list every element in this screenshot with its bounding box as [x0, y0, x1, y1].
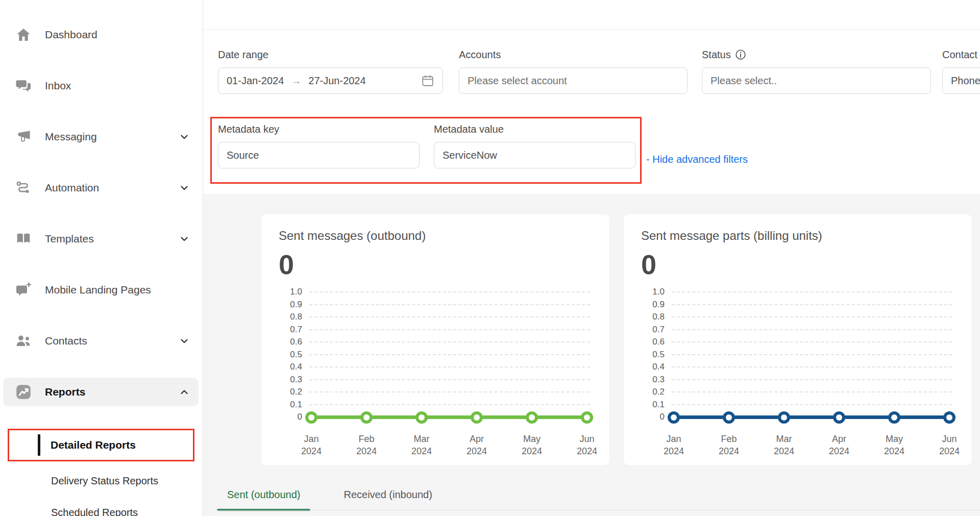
chevron-up-icon[interactable]	[178, 386, 190, 398]
sidebar-item-label: Mobile Landing Pages	[45, 284, 190, 296]
tab-sent-outbound[interactable]: Sent (outbound)	[217, 479, 310, 510]
sidebar-item-templates[interactable]: Templates	[3, 225, 199, 253]
contact-label: Contact	[942, 48, 980, 61]
contact-field: Contact	[942, 48, 980, 94]
accounts-select[interactable]	[459, 67, 688, 94]
sidebar-item-label: Contacts	[45, 335, 178, 347]
tab-received-inbound[interactable]: Received (inbound)	[333, 479, 442, 510]
sidebar-item-mobile-landing-pages[interactable]: Mobile Landing Pages	[3, 276, 199, 304]
sidebar-item-inbox[interactable]: Inbox	[3, 71, 199, 100]
sidebar-item-contacts[interactable]: Contacts	[3, 327, 199, 355]
gridline	[309, 354, 590, 355]
chart-plot: 1.0 0.9 0.8 0.7 0.6 0.5 0.4 0.3 0.2 0.1 …	[279, 286, 592, 462]
gridline	[672, 366, 952, 367]
y-axis-row: 0.8	[641, 311, 954, 324]
date-range-field: Date range 01-Jan-2024 → 27-Jun-2024	[218, 48, 443, 94]
sidebar-subitem-label: Detailed Reports	[51, 439, 136, 451]
sidebar-item-label: Inbox	[45, 80, 190, 92]
sidebar-item-delivery-status-reports[interactable]: Delivery Status Reports	[0, 471, 203, 491]
y-axis-tick-label: 0.4	[279, 362, 309, 372]
gridline	[309, 341, 590, 342]
top-bar	[203, 0, 980, 30]
sidebar: Dashboard Inbox Messaging Automation Tem…	[0, 0, 203, 516]
sidebar-item-reports[interactable]: Reports	[3, 378, 199, 406]
y-axis-tick-label: 0.3	[279, 375, 309, 385]
sidebar-item-automation[interactable]: Automation	[3, 174, 199, 202]
metadata-value-field: Metadata value	[434, 122, 635, 168]
chart-card-sent-message-parts-billing-units-: Sent message parts (billing units) 0 1.0…	[624, 214, 972, 465]
y-axis-tick-label: 0.2	[641, 387, 672, 397]
metadata-key-input[interactable]	[218, 142, 420, 168]
chart-total-value: 0	[279, 249, 592, 280]
chevron-down-icon[interactable]	[178, 233, 190, 245]
data-point-marker	[778, 411, 790, 424]
y-axis-tick-label: 0.9	[279, 300, 309, 310]
gridline	[309, 366, 590, 367]
y-axis-row: 0.3	[641, 374, 954, 386]
calendar-icon[interactable]	[421, 74, 434, 87]
data-point-marker	[943, 411, 955, 424]
gridline	[309, 304, 590, 305]
status-label: Status	[702, 49, 731, 61]
chevron-down-icon[interactable]	[178, 335, 190, 347]
x-axis-tick-label: Apr2024	[467, 433, 487, 458]
sidebar-nav: Dashboard Inbox Messaging Automation Tem…	[0, 0, 203, 406]
gridline	[672, 341, 952, 342]
tab-label: Sent (outbound)	[227, 489, 300, 501]
y-axis-row: 0.1	[279, 399, 592, 411]
y-axis-tick-label: 0.9	[641, 300, 672, 310]
hide-advanced-filters-link[interactable]: - Hide advanced filters	[646, 152, 748, 166]
chart-grid: 1.0 0.9 0.8 0.7 0.6 0.5 0.4 0.3 0.2 0.1 …	[279, 286, 592, 424]
megaphone-icon	[15, 129, 32, 145]
contact-select[interactable]	[942, 67, 980, 94]
chevron-down-icon[interactable]	[178, 182, 190, 194]
chart-title: Sent message parts (billing units)	[641, 229, 954, 243]
metadata-value-input[interactable]	[434, 142, 635, 168]
y-axis-row: 0.2	[641, 386, 954, 399]
sidebar-item-dashboard[interactable]: Dashboard	[3, 20, 199, 49]
chart-x-axis: Jan2024Feb2024Mar2024Apr2024May2024Jun20…	[674, 433, 949, 462]
y-axis-row: 0.2	[279, 386, 592, 399]
status-select[interactable]	[702, 67, 931, 94]
sidebar-item-messaging[interactable]: Messaging	[3, 122, 199, 151]
chart-cards: Sent messages (outbound) 0 1.0 0.9 0.8 0…	[203, 194, 980, 465]
data-point-marker	[360, 411, 373, 424]
gridline	[672, 316, 952, 317]
home-icon	[15, 27, 32, 43]
date-range-start[interactable]: 01-Jan-2024	[227, 75, 284, 87]
y-axis-tick-label: 0.8	[279, 312, 309, 322]
x-axis-tick-label: May2024	[884, 433, 904, 458]
arrow-right-icon: →	[291, 75, 301, 87]
y-axis-row: 0.6	[279, 336, 592, 349]
status-field: Status	[702, 48, 931, 94]
sidebar-item-detailed-reports[interactable]: Detailed Reports	[8, 429, 194, 461]
sidebar-item-scheduled-reports[interactable]: Scheduled Reports	[0, 502, 203, 516]
y-axis-tick-label: 0.1	[279, 400, 309, 410]
reports-panel: Sent messages (outbound) 0 1.0 0.9 0.8 0…	[203, 194, 980, 516]
y-axis-row: 0.9	[641, 299, 954, 311]
x-axis-tick-label: Jun2024	[939, 433, 960, 458]
y-axis-row: 0.4	[279, 361, 592, 374]
gridline	[309, 291, 590, 292]
sidebar-item-label: Reports	[45, 386, 178, 398]
workflow-icon	[15, 180, 32, 196]
sidebar-item-label: Automation	[45, 182, 178, 194]
accounts-label: Accounts	[459, 48, 688, 61]
sidebar-item-label: Templates	[45, 233, 178, 245]
gridline	[672, 379, 952, 380]
gridline	[672, 391, 952, 392]
chart-card-sent-messages-outbound-: Sent messages (outbound) 0 1.0 0.9 0.8 0…	[261, 214, 609, 465]
date-range-input[interactable]: 01-Jan-2024 → 27-Jun-2024	[218, 67, 443, 94]
x-axis-tick-label: Mar2024	[774, 433, 794, 458]
x-axis-tick-label: Apr2024	[829, 433, 849, 458]
date-range-end[interactable]: 27-Jun-2024	[308, 75, 365, 87]
sidebar-subitem-label: Delivery Status Reports	[51, 475, 158, 487]
chevron-down-icon[interactable]	[178, 131, 190, 143]
metadata-key-field: Metadata key	[218, 122, 420, 168]
info-icon[interactable]	[735, 49, 746, 60]
x-axis-tick-label: May2024	[522, 433, 542, 458]
data-point-marker	[526, 411, 538, 424]
data-point-marker	[723, 411, 735, 424]
x-axis-tick-label: Jan2024	[664, 433, 684, 458]
gridline	[672, 354, 952, 355]
